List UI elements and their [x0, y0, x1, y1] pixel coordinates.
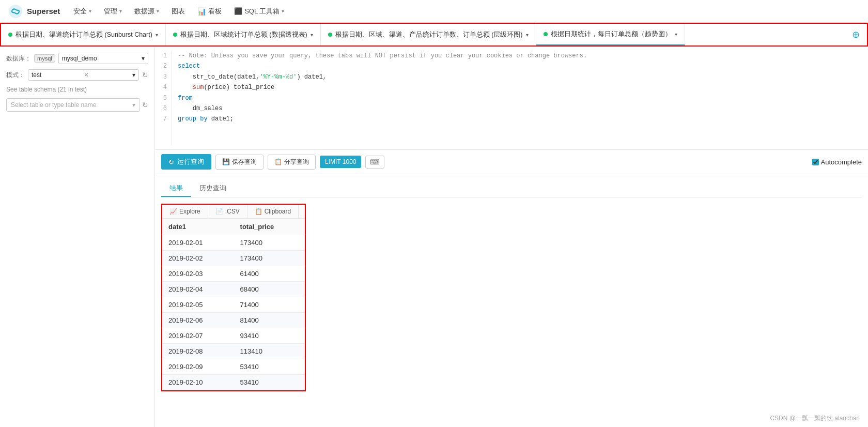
save-label: 保存查询: [232, 158, 257, 166]
nav-sql[interactable]: ⬛ SQL 工具箱 ▾: [229, 5, 289, 18]
nav-dashboard-label: 看板: [208, 7, 222, 16]
table-select-row: Select table or type table name ▾ ↻: [6, 98, 148, 112]
svg-point-0: [9, 4, 22, 18]
run-icon: ↻: [168, 158, 174, 166]
watermark: CSDN @一瓢一瓢的饮 alanchan: [770, 414, 860, 423]
csv-file-icon: 📄: [215, 208, 223, 215]
schema-label: 模式：: [6, 71, 25, 80]
nav-security[interactable]: 安全 ▾: [68, 5, 97, 18]
toolbar: ↻ 运行查询 💾 保存查询 📋 分享查询 LIMIT 1000 ⌨ Autoco…: [155, 150, 868, 174]
tab-history-label: 历史查询: [199, 184, 226, 192]
nav-dashboard-icon: 📊: [197, 7, 206, 16]
autocomplete-label: Autocomplete: [821, 158, 862, 166]
table-row: 2019-02-01173400: [162, 235, 305, 251]
schema-refresh-icon[interactable]: ↻: [142, 71, 148, 79]
save-icon: 💾: [222, 158, 230, 165]
explore-button[interactable]: 📈 Explore: [162, 205, 208, 218]
tab-label-4: 根据日期统计，每日订单总额（趋势图）: [551, 30, 672, 39]
table-header: date1 total_price: [162, 219, 305, 235]
save-button[interactable]: 💾 保存查询: [215, 155, 264, 170]
nav-dashboard[interactable]: 📊 看板: [192, 5, 227, 18]
editor-area: 1 2 3 4 5 6 7 -- Note: Unless you save y…: [155, 47, 868, 427]
table-row: 2019-02-02173400: [162, 251, 305, 266]
table-select-arrow: ▾: [132, 101, 135, 109]
logo-icon: [8, 4, 23, 19]
share-icon: 📋: [274, 158, 282, 165]
keyboard-button[interactable]: ⌨: [365, 156, 384, 169]
schema-row: 模式： test ✕ ▾ ↻: [6, 69, 148, 81]
nav-datasource[interactable]: 数据源 ▾: [129, 5, 164, 18]
nav-datasource-label: 数据源: [134, 7, 154, 16]
sidebar: 数据库： mysql mysql_demo ▾ 模式： test ✕ ▾ ↻ S…: [0, 47, 155, 427]
nav-sql-arrow: ▾: [282, 8, 284, 14]
table-row: 2019-02-08113410: [162, 344, 305, 359]
table-row: 2019-02-0953410: [162, 359, 305, 375]
nav-sql-icon: ⬛: [234, 7, 242, 15]
tab-sunburst[interactable]: 根据日期、渠道统计订单总额 (Sunburst Chart) ▾: [1, 24, 166, 45]
limit-label: LIMIT 1000: [325, 158, 356, 165]
nav-security-label: 安全: [73, 7, 87, 16]
code-editor[interactable]: 1 2 3 4 5 6 7 -- Note: Unless you save y…: [155, 47, 868, 150]
tab-trend[interactable]: 根据日期统计，每日订单总额（趋势图） ▾: [536, 24, 685, 45]
nav-datasource-arrow: ▾: [157, 8, 159, 14]
db-select[interactable]: mysql_demo ▾: [58, 53, 148, 64]
query-tabs: 根据日期、渠道统计订单总额 (Sunburst Chart) ▾ 根据日期、区域…: [0, 23, 868, 47]
tab-results-label: 结果: [169, 184, 183, 192]
nav-admin-arrow: ▾: [119, 8, 122, 14]
tab-label-1: 根据日期、渠道统计订单总额 (Sunburst Chart): [16, 30, 152, 39]
table-row: 2019-02-0571400: [162, 297, 305, 313]
table-refresh-icon[interactable]: ↻: [142, 101, 148, 109]
results-area: 结果 历史查询 📈 Explore 📄 .CSV: [155, 174, 868, 427]
nav-charts-label: 图表: [172, 7, 185, 16]
nav-security-arrow: ▾: [89, 8, 91, 14]
run-button[interactable]: ↻ 运行查询: [161, 154, 211, 170]
tab-dot-2: [173, 33, 177, 37]
run-label: 运行查询: [177, 157, 204, 166]
nav-admin[interactable]: 管理 ▾: [99, 5, 127, 18]
share-label: 分享查询: [284, 158, 309, 166]
see-table-label: See table schema: [6, 86, 56, 93]
tab-dot-1: [8, 33, 12, 37]
tab-label-2: 根据日期、区域统计订单总额 (数据透视表): [180, 30, 307, 39]
schema-input[interactable]: test ✕ ▾: [28, 69, 139, 81]
table-row: 2019-02-0681400: [162, 313, 305, 328]
code-content[interactable]: -- Note: Unless you save your query, the…: [172, 51, 868, 145]
csv-label: .CSV: [225, 208, 240, 215]
result-tabs: 结果 历史查询: [161, 180, 862, 197]
table-row: 2019-02-1053410: [162, 375, 305, 390]
toolbar-right: Autocomplete: [812, 158, 862, 166]
tab-label-3: 根据日期、区域、渠道、产品统计订单数、订单总额 (层级环图): [335, 30, 523, 39]
schema-clear-icon[interactable]: ✕: [84, 71, 89, 79]
db-badge: mysql: [34, 54, 55, 63]
limit-button[interactable]: LIMIT 1000: [320, 156, 361, 168]
add-tab-button[interactable]: ⊕: [845, 29, 867, 40]
db-select-value: mysql_demo: [62, 55, 97, 62]
tab-history[interactable]: 历史查询: [191, 180, 235, 197]
explore-chart-icon: 📈: [169, 208, 177, 215]
table-select-placeholder: Select table or type table name: [11, 101, 96, 109]
tab-results[interactable]: 结果: [161, 180, 191, 197]
table-row: 2019-02-0793410: [162, 328, 305, 344]
see-table-schema[interactable]: See table schema (21 in test): [6, 86, 148, 93]
clipboard-button[interactable]: 📋 Clipboard: [247, 205, 299, 218]
table-body: 2019-02-011734002019-02-021734002019-02-…: [162, 235, 305, 390]
col-date1: date1: [162, 219, 234, 235]
result-table-container: 📈 Explore 📄 .CSV 📋 Clipboard: [161, 204, 306, 391]
table-row: 2019-02-0468400: [162, 282, 305, 297]
app-logo[interactable]: Superset: [8, 4, 60, 19]
share-button[interactable]: 📋 分享查询: [268, 155, 316, 170]
header-row: date1 total_price: [162, 219, 305, 235]
keyboard-icon: ⌨: [370, 158, 380, 166]
tab-hierarchy[interactable]: 根据日期、区域、渠道、产品统计订单数、订单总额 (层级环图) ▾: [321, 24, 536, 45]
table-row: 2019-02-0361400: [162, 266, 305, 282]
clipboard-label: Clipboard: [265, 208, 291, 215]
app-name: Superset: [27, 7, 60, 16]
table-select-box[interactable]: Select table or type table name ▾: [6, 98, 140, 112]
tab-pivot[interactable]: 根据日期、区域统计订单总额 (数据透视表) ▾: [166, 24, 321, 45]
nav-charts[interactable]: 图表: [166, 5, 190, 18]
autocomplete-checkbox[interactable]: Autocomplete: [812, 158, 862, 166]
autocomplete-check-input[interactable]: [812, 159, 819, 165]
tab-chevron-2: ▾: [311, 32, 313, 38]
csv-button[interactable]: 📄 .CSV: [208, 205, 247, 218]
clipboard-icon: 📋: [255, 208, 262, 215]
